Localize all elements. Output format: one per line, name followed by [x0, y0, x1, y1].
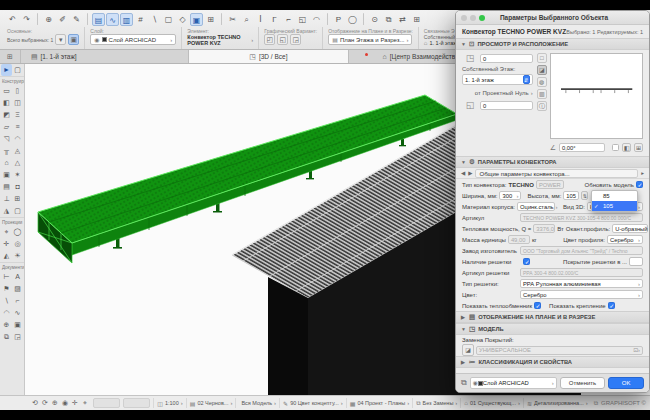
- nav-back-icon[interactable]: ◀: [461, 170, 465, 176]
- pick-up-parameters-icon[interactable]: ⊕: [42, 13, 55, 26]
- preview-section-view-icon[interactable]: ▥: [537, 89, 547, 99]
- toolbar-icon[interactable]: [87, 13, 88, 25]
- split-icon[interactable]: ⌕: [240, 13, 253, 26]
- zoom-icon[interactable]: [479, 15, 485, 21]
- favorites-icon[interactable]: ▤: [92, 13, 105, 26]
- height-stepper[interactable]: ⇅: [581, 191, 588, 200]
- toolbox-section-construct[interactable]: Конструирование: [0, 76, 24, 85]
- grille-type-field[interactable]: РРА Рулонная алюминиевая: [520, 279, 643, 288]
- go-option-2-button[interactable]: ◱: [277, 34, 288, 45]
- stair-tool[interactable]: ≡: [12, 121, 23, 133]
- opening-tool[interactable]: ◘: [12, 181, 23, 193]
- hotspot-tool[interactable]: ⊕: [1, 319, 12, 331]
- coating-detach-icon[interactable]: ⊡›: [633, 347, 640, 353]
- resize-icon[interactable]: ◱: [296, 13, 309, 26]
- redo-icon[interactable]: ↷: [20, 13, 33, 26]
- ok-button[interactable]: OK: [608, 377, 644, 389]
- layer-dropdown[interactable]: ◉ Слой ARCHICAD ›: [90, 34, 176, 45]
- fill-tool[interactable]: ▨: [12, 283, 23, 295]
- show-heat-exchanger-checkbox[interactable]: [534, 302, 541, 309]
- active-tool-button[interactable]: ▣: [68, 34, 79, 45]
- lamp-tool[interactable]: ✶: [12, 169, 23, 181]
- nav-icon[interactable]: ⊕: [50, 399, 60, 407]
- equipment-tool[interactable]: ⊞: [12, 193, 23, 205]
- slab-tool[interactable]: ▱: [1, 121, 12, 133]
- grille-checkbox[interactable]: [523, 258, 530, 265]
- toolbar-icon[interactable]: [37, 13, 38, 25]
- nav-forward-icon[interactable]: ▶: [468, 170, 472, 176]
- more-construct-tool[interactable]: ▢: [12, 205, 23, 217]
- intersect-icon[interactable]: Γ: [268, 13, 281, 26]
- profile-color-field[interactable]: Серебро: [607, 235, 643, 244]
- nav-icon[interactable]: ◉: [60, 399, 70, 407]
- detail-tool[interactable]: ◲: [12, 331, 23, 343]
- distribute-icon[interactable]: ⊞: [410, 13, 423, 26]
- align-icon[interactable]: ⇄: [396, 13, 409, 26]
- dialog-layer-dropdown[interactable]: ◉ Слой ARCHICAD: [470, 377, 557, 389]
- section-model[interactable]: ▼ ◳ МОДЕЛЬ: [456, 323, 649, 335]
- inject-parameters-icon[interactable]: ✐: [56, 13, 69, 26]
- tab-3d[interactable]: ◳[3D / Все]: [189, 50, 349, 63]
- quick-option-dropdown[interactable]: ⧉ Без Замены ›: [412, 398, 460, 408]
- curtain-wall-tool[interactable]: ▤: [1, 181, 12, 193]
- height-field[interactable]: 105: [563, 191, 579, 200]
- truss-tool[interactable]: ◮: [1, 205, 12, 217]
- toolbar-icon[interactable]: [363, 13, 364, 25]
- grille-color-field[interactable]: Серебро: [520, 290, 643, 299]
- text-tool[interactable]: A: [12, 271, 23, 283]
- elevation-field[interactable]: 0: [480, 54, 533, 63]
- column-tool[interactable]: ▯: [12, 85, 23, 97]
- dialog-titlebar[interactable]: Параметры Выбранного Объекта: [456, 11, 649, 25]
- material-field[interactable]: Оцинк.сталь: [517, 202, 555, 211]
- go-option-3-button[interactable]: ◲: [290, 34, 301, 45]
- rotate-icon[interactable]: ◯: [346, 13, 359, 26]
- line-tool[interactable]: ∖: [1, 295, 12, 307]
- toolbox-section-views[interactable]: Проекции: [0, 217, 24, 226]
- nav-icon[interactable]: ⟲: [30, 399, 40, 407]
- arrow-tool[interactable]: ►: [1, 64, 12, 76]
- quick-option-dropdown[interactable]: ≋ Детализированна... ›: [523, 398, 591, 408]
- preview-info-icon[interactable]: ⓘ: [537, 101, 547, 111]
- morph-tool[interactable]: ◬: [12, 145, 23, 157]
- camera-tool[interactable]: ☀: [12, 250, 23, 262]
- layer-presets-icon[interactable]: ▥: [120, 13, 133, 26]
- section-preview-position[interactable]: ▼ ⊡ ПРОСМОТР И РАСПОЛОЖЕНИЕ: [456, 38, 649, 50]
- story-stepper[interactable]: ⇵: [523, 75, 530, 84]
- trim-icon[interactable]: ✂: [226, 13, 239, 26]
- suspend-groups-icon[interactable]: ▣: [190, 13, 203, 26]
- preview-opt2-button[interactable]: ⊞: [634, 143, 643, 152]
- window-tool[interactable]: ◫: [12, 97, 23, 109]
- element-value[interactable]: Конвектор TECHNO POWER KVZ: [187, 34, 249, 46]
- preview-3d-icon[interactable]: ◪: [537, 65, 547, 75]
- mep-tool[interactable]: ⊥: [1, 193, 12, 205]
- skylight-tool[interactable]: ◩: [1, 109, 12, 121]
- section-tool[interactable]: ⌖: [1, 226, 12, 238]
- elevation-tool[interactable]: ◯: [12, 226, 23, 238]
- roof-tool[interactable]: ◹: [1, 133, 12, 145]
- section-classification[interactable]: ▶ ≔ КЛАССИФИКАЦИЯ И СВОЙСТВА: [456, 356, 649, 368]
- object-tool[interactable]: ▣: [1, 169, 12, 181]
- mesh-tool[interactable]: △: [12, 157, 23, 169]
- nav-icon[interactable]: ✛: [70, 399, 80, 407]
- interior-elevation-tool[interactable]: ✛: [1, 238, 12, 250]
- update-model-checkbox[interactable]: [636, 181, 643, 188]
- adjust-icon[interactable]: Ⅰ: [254, 13, 267, 26]
- dimension-tool[interactable]: ⊢: [1, 271, 12, 283]
- display-dropdown[interactable]: ▤ План Этажа и Разрез... ›: [328, 34, 412, 45]
- tab-start[interactable]: ⊞: [0, 50, 21, 63]
- snap-guides-icon[interactable]: ▢: [162, 13, 175, 26]
- toolbar-icon[interactable]: [221, 13, 222, 25]
- morph-operations-icon[interactable]: ⊙: [368, 13, 381, 26]
- profiles-icon[interactable]: ∿: [106, 13, 119, 26]
- object-preview[interactable]: [550, 53, 643, 139]
- menu-item-85[interactable]: 85: [592, 191, 637, 201]
- quick-option-dropdown[interactable]: ▦ 04 Проект - Планы ›: [346, 398, 413, 408]
- door-tool[interactable]: ◧: [1, 97, 12, 109]
- gravity-icon[interactable]: ⊞: [204, 13, 217, 26]
- preview-photo-icon[interactable]: ◍: [537, 77, 547, 87]
- offset-field[interactable]: 0: [480, 101, 533, 110]
- quick-option-dropdown[interactable]: Вся Модель ›: [235, 398, 279, 408]
- polyline-tool[interactable]: ⌐: [12, 295, 23, 307]
- grid-snap-icon[interactable]: #: [134, 13, 147, 26]
- tab-floor-plan[interactable]: ▤[1. 1-й этаж]: [21, 50, 189, 63]
